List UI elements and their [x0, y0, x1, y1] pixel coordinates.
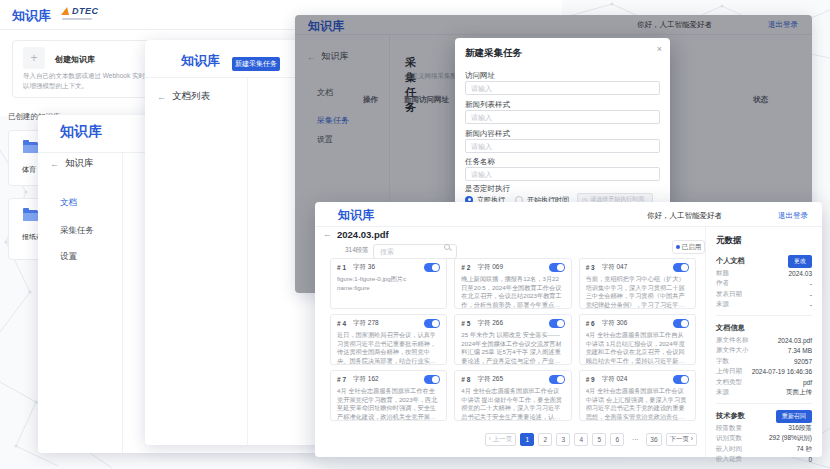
page-button[interactable]: 6 [610, 433, 624, 446]
chunk-card[interactable]: # 1 字符 36 figure:1-figure-0.jpg图片c name:… [330, 258, 447, 309]
content-style-input[interactable] [465, 139, 660, 153]
brand-triangle-icon [61, 7, 71, 15]
create-kb-title: 创建知识库 [55, 54, 95, 65]
enable-toggle[interactable] [549, 263, 565, 272]
chunk-number: # 5 [461, 320, 470, 327]
chunk-text: 4月 全社会志愿服务国旗班工作会议中讲话 会上汇报强调，要深入学习贯彻习近平总书… [586, 387, 689, 421]
logout-link[interactable]: 退出登录 [778, 211, 808, 221]
back-link[interactable]: ← 知识库 [50, 157, 94, 170]
page-button[interactable]: 3 [556, 433, 570, 446]
enable-toggle[interactable] [424, 319, 440, 328]
sidebar-item-settings[interactable]: 设置 [60, 251, 77, 263]
close-icon[interactable]: × [657, 44, 662, 54]
enable-toggle[interactable] [673, 375, 689, 384]
chunk-char-count: 字符 047 [602, 263, 628, 272]
change-button[interactable]: 更改 [788, 255, 812, 268]
sidebar-item-documents[interactable]: 文档 [60, 197, 77, 209]
meta-key: 作者 [716, 279, 729, 288]
page-button[interactable]: 2 [538, 433, 552, 446]
filter-label: 已启用 [682, 243, 702, 252]
meta-value: - [810, 280, 812, 287]
meta-value: 2024-07-19 16:46:36 [752, 368, 812, 375]
enable-toggle[interactable] [424, 375, 440, 384]
sidebar-item-collect-tasks[interactable]: 采集任务 [60, 225, 94, 237]
chunk-char-count: 字符 024 [602, 375, 628, 384]
chunk-number: # 2 [461, 264, 470, 271]
doc-detail-window: 知识库 你好，人工智能爱好者 退出登录 ← 2024.03.pdf 314段落 … [315, 202, 822, 457]
chunk-card[interactable]: # 5 字符 266 25 年来作为 以期改意 安全落实——2024年全国媒体工… [454, 314, 571, 365]
enable-toggle[interactable] [673, 319, 689, 328]
chunk-char-count: 字符 266 [477, 319, 503, 328]
kb-card-name: 体育 [22, 165, 36, 175]
enable-toggle[interactable] [549, 375, 565, 384]
metadata-sidebar: 元数据 个人文档 更改 标题2024.03 作者- 发表日期- 来源- 文档信息… [705, 227, 822, 457]
meta-key: 嵌入时间 [716, 445, 742, 454]
chunk-text: 当前，党组织把学习中心组（扩大）培训集中学习，深入学习贯彻二十届三中全会精神，学… [586, 275, 689, 309]
new-task-modal: 新建采集任务 × 访问网址 新闻列表样式 新闻内容样式 任务名称 是否定时执行 … [455, 38, 670, 210]
meta-key: 原文件名称 [716, 336, 749, 345]
field-label-url: 访问网址 [465, 71, 495, 81]
chunk-card[interactable]: # 8 字符 265 4月 全社会志愿服务国旗班工作会议中讲话 提出做好今年工作… [454, 370, 571, 421]
page-button[interactable]: 4 [574, 433, 588, 446]
chunk-char-count: 字符 306 [602, 319, 628, 328]
folder-icon [23, 142, 38, 153]
new-task-button[interactable]: 新建采集任务 [232, 57, 280, 71]
chunk-grid: # 1 字符 36 figure:1-figure-0.jpg图片c name:… [330, 258, 696, 421]
chunk-card[interactable]: # 3 字符 047 当前，党组织把学习中心组（扩大）培训集中学习，深入学习贯彻… [579, 258, 696, 309]
next-page-button[interactable]: 下一页 › [666, 433, 697, 446]
meta-value: pdf [803, 379, 812, 386]
back-arrow-icon: ← [157, 92, 166, 102]
chunk-char-count: 字符 278 [353, 319, 379, 328]
recall-button[interactable]: 重新召回 [776, 410, 812, 423]
kb-sidebar: ← 知识库 文档 采集任务 设置 [38, 153, 123, 453]
chunk-number: # 1 [337, 264, 346, 271]
list-style-input[interactable] [465, 110, 660, 124]
chunk-card[interactable]: # 2 字符 069 晚上新闻联播，播报再12名，3月22日至20:5，2024… [454, 258, 571, 309]
enable-toggle[interactable] [549, 319, 565, 328]
task-name-input[interactable] [465, 167, 660, 181]
back-link[interactable]: ← 文档列表 [157, 90, 210, 103]
chunk-text: 4月 全社会志愿服务国旗班工作在全党开展党纪学习教育，2023年，西北至延安革命… [337, 387, 440, 421]
meta-key: 文档类型 [716, 378, 742, 387]
status-dot-icon [676, 245, 680, 249]
page-button[interactable]: 1 [520, 433, 534, 446]
meta-value: - [810, 301, 812, 308]
metadata-title: 元数据 [716, 235, 812, 247]
back-label: 文档列表 [172, 90, 210, 103]
page-button[interactable]: 36 [646, 433, 661, 446]
enable-toggle[interactable] [673, 263, 689, 272]
screen: 知识库 DTEC + 创建知识库 导入自己的文本数据或通过 Webhook 实时… [0, 0, 830, 469]
enable-toggle[interactable] [424, 263, 440, 272]
meta-key: 字数 [716, 357, 729, 366]
back-arrow-icon[interactable]: ← [323, 229, 332, 239]
pagination: ‹ 上一页 1 2 3 4 5 6 ··· 36 下一页 › [485, 433, 697, 446]
chunk-text: 晚上新闻联播，播报再12名，3月22日至20:5，2024年全国教育工作会议在北… [461, 275, 564, 309]
meta-key: 段落数量 [716, 424, 742, 433]
chunk-card[interactable]: # 6 字符 306 4月 全社会志愿服务国旗班工作自从中讲话 1月总结汇报会议… [579, 314, 696, 365]
meta-key: 来源 [716, 388, 729, 397]
pagination-ellipsis[interactable]: ··· [628, 433, 642, 446]
meta-value: 292 (98%识别) [769, 434, 812, 443]
meta-value: 页面上传 [786, 388, 812, 397]
meta-key: 原文件大小 [716, 346, 749, 355]
chunk-card[interactable]: # 4 字符 278 近日，国家测绘局召开会议，认真学习贯彻习近平总书记重要批示… [330, 314, 447, 365]
panel-title: 知识库 [60, 123, 102, 141]
section-doc-info: 文档信息 [716, 323, 745, 333]
chunk-card[interactable]: # 9 字符 024 4月 全社会志愿服务国旗班工作会议中讲话 会上汇报强调，要… [579, 370, 696, 421]
url-input[interactable] [465, 81, 660, 95]
chunk-text: 4月 全社会志愿服务国旗班工作自从中讲话 1月总结汇报会议，2024年度党建和工… [586, 331, 689, 365]
panel-title: 知识库 [338, 207, 374, 224]
section-personal-doc: 个人文档 [716, 256, 745, 266]
chunk-text: 近日，国家测绘局召开会议，认真学习贯彻习近平总书记重要批示精神，传达贯彻全国两会… [337, 331, 440, 365]
chunk-char-count: 字符 069 [477, 263, 503, 272]
field-label-list-style: 新闻列表样式 [465, 100, 510, 110]
meta-key: 嵌入花费 [716, 455, 742, 464]
meta-key: 识别页数 [716, 434, 742, 443]
meta-key: 发表日期 [716, 290, 742, 299]
enabled-filter-button[interactable]: 已启用 [672, 240, 705, 254]
prev-page-button[interactable]: ‹ 上一页 [485, 433, 516, 446]
chunk-card[interactable]: # 7 字符 162 4月 全社会志愿服务国旗班工作在全党开展党纪学习教育，20… [330, 370, 447, 421]
meta-value: - [810, 291, 812, 298]
search-box [373, 240, 457, 255]
page-button[interactable]: 5 [592, 433, 606, 446]
